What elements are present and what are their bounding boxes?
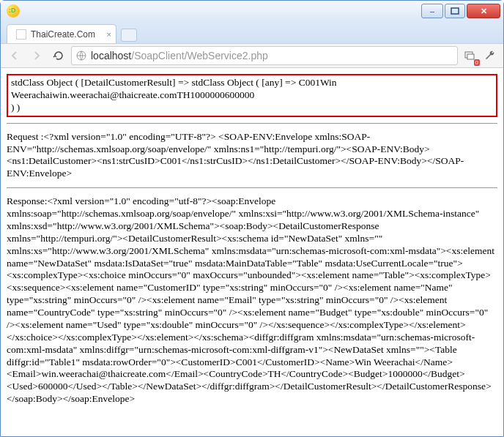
svg-rect-3 [467, 54, 474, 59]
maximize-button[interactable] [445, 4, 465, 18]
highlighted-output: stdClass Object ( [DetailCustomerResult]… [7, 74, 497, 117]
favicon-icon [16, 29, 26, 40]
app-icon [7, 4, 20, 18]
forward-icon [31, 50, 42, 61]
toolbar: localhost/SoapClient/WebService2.php 0 [1, 43, 503, 68]
output-line-3: ) ) [11, 102, 493, 114]
response-block: Response:<?xml version="1.0" encoding="u… [7, 195, 497, 406]
wrench-icon [484, 50, 496, 61]
globe-icon [76, 51, 86, 61]
wrench-button[interactable] [481, 47, 499, 64]
tab-title: ThaiCreate.Com [31, 29, 95, 40]
browser-window: – ✕ ThaiCreate.Com × local [0, 0, 504, 437]
window-controls: – ✕ [421, 4, 500, 18]
new-tab-button[interactable] [121, 29, 137, 42]
back-icon [9, 50, 21, 61]
minimize-icon: – [430, 7, 434, 15]
titlebar[interactable]: – ✕ [1, 1, 503, 21]
tab-strip: ThaiCreate.Com × [1, 21, 503, 43]
tab-close-icon[interactable]: × [107, 30, 111, 39]
back-button[interactable] [5, 46, 24, 65]
forward-button[interactable] [27, 46, 46, 65]
output-line-1: stdClass Object ( [DetailCustomerResult]… [11, 77, 493, 89]
reload-icon [53, 50, 64, 61]
divider [7, 187, 497, 188]
page-content: stdClass Object ( [DetailCustomerResult]… [1, 68, 503, 436]
tab-active[interactable]: ThaiCreate.Com × [7, 24, 116, 43]
svg-rect-0 [451, 8, 459, 14]
close-icon: ✕ [481, 7, 487, 16]
request-block: Request :<?xml version="1.0" encoding="U… [7, 131, 497, 181]
divider [7, 123, 497, 124]
output-line-2: Weerachaiwin.weerachai@thaicreate.comTH1… [11, 89, 493, 102]
url-host: localhost [91, 50, 131, 61]
popup-badge: 0 [474, 59, 480, 66]
close-button[interactable]: ✕ [467, 4, 500, 18]
address-bar[interactable]: localhost/SoapClient/WebService2.php [71, 46, 458, 65]
url-path: /SoapClient/WebService2.php [131, 50, 268, 61]
popup-blocker-button[interactable]: 0 [461, 47, 478, 64]
reload-button[interactable] [49, 46, 68, 65]
minimize-button[interactable]: – [421, 4, 443, 18]
maximize-icon [451, 7, 459, 15]
